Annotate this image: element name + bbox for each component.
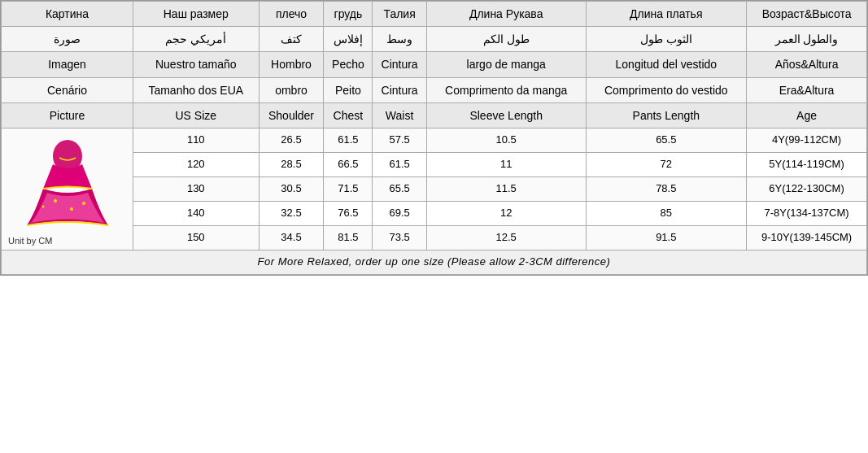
data-chest-0: 61.5 [324,128,373,152]
spanish-waist: Cintura [373,52,427,77]
arabic-age: والطول العمر [747,27,867,52]
table-row: Unit by CM 110 26.5 61.5 57.5 10.5 65.5 … [2,128,867,152]
header-sleeve: Длина Рукава [426,2,586,27]
data-dress-length-1: 72 [586,152,747,176]
data-age-1: 5Y(114-119CM) [747,152,867,176]
portuguese-age: Era&Altura [747,77,867,102]
portuguese-picture: Cenário [2,77,133,102]
data-age-3: 7-8Y(134-137CM) [747,202,867,226]
english-dress-length: Pants Length [586,102,747,128]
header-chest: грудь [324,2,373,27]
portuguese-shoulder: ombro [259,77,324,102]
data-waist-0: 57.5 [373,128,427,152]
data-waist-2: 65.5 [373,177,427,202]
portuguese-waist: Cintura [373,77,427,102]
portuguese-size: Tamanho dos EUA [133,77,260,102]
header-dress-length: Длина платья [586,2,747,27]
data-size-3: 140 [133,202,260,226]
portuguese-dress-length: Comprimento do vestido [586,77,747,102]
svg-point-2 [70,207,73,211]
portuguese-row: Cenário Tamanho dos EUA ombro Peito Cint… [2,77,867,102]
spanish-age: Años&Altura [747,52,867,77]
spanish-chest: Pecho [324,52,373,77]
arabic-size: أمريكي حجم [133,27,260,52]
data-sleeve-3: 12 [426,202,586,226]
data-dress-length-4: 91.5 [586,226,747,250]
data-size-2: 130 [133,177,260,202]
spanish-sleeve: largo de manga [426,52,586,77]
footer-row: For More Relaxed, order up one size (Ple… [2,250,867,275]
data-shoulder-0: 26.5 [259,128,324,152]
data-dress-length-0: 65.5 [586,128,747,152]
portuguese-chest: Peito [324,77,373,102]
data-chest-3: 76.5 [324,202,373,226]
data-sleeve-2: 11.5 [426,177,586,202]
data-waist-4: 73.5 [373,226,427,250]
header-waist: Талия [373,2,427,27]
dress-icon [19,132,116,229]
dress-image-cell: Unit by CM [2,128,133,250]
data-waist-3: 69.5 [373,202,427,226]
english-waist: Waist [373,102,427,128]
data-dress-length-3: 85 [586,202,747,226]
data-dress-length-2: 78.5 [586,177,747,202]
english-picture: Picture [2,102,133,128]
spanish-size: Nuestro tamaño [133,52,260,77]
size-chart-table: Картина Наш размер плечо грудь Талия Дли… [0,0,868,276]
header-size: Наш размер [133,2,260,27]
svg-point-1 [54,199,57,203]
header-row: Картина Наш размер плечо грудь Талия Дли… [2,2,867,27]
english-chest: Chest [324,102,373,128]
data-size-4: 150 [133,226,260,250]
data-sleeve-4: 12.5 [426,226,586,250]
portuguese-sleeve: Comprimento da manga [426,77,586,102]
data-sleeve-1: 11 [426,152,586,176]
arabic-row: صورة أمريكي حجم كتف إفلاس وسط طول الكم ا… [2,27,867,52]
data-age-4: 9-10Y(139-145CM) [747,226,867,250]
arabic-waist: وسط [373,27,427,52]
english-shoulder: Shoulder [259,102,324,128]
data-shoulder-1: 28.5 [259,152,324,176]
arabic-picture: صورة [2,27,133,52]
spanish-picture: Imagen [2,52,133,77]
spanish-row: Imagen Nuestro tamaño Hombro Pecho Cintu… [2,52,867,77]
english-row: Picture US Size Shoulder Chest Waist Sle… [2,102,867,128]
svg-point-4 [41,205,44,207]
footer-text: For More Relaxed, order up one size (Ple… [2,250,867,275]
svg-point-3 [82,202,85,205]
spanish-shoulder: Hombro [259,52,324,77]
header-age: Возраст&Высота [747,2,867,27]
arabic-dress-length: الثوب طول [586,27,747,52]
data-age-2: 6Y(122-130CM) [747,177,867,202]
header-shoulder: плечо [259,2,324,27]
arabic-shoulder: كتف [259,27,324,52]
arabic-sleeve: طول الكم [426,27,586,52]
data-size-0: 110 [133,128,260,152]
english-sleeve: Sleeve Length [426,102,586,128]
data-waist-1: 61.5 [373,152,427,176]
data-chest-4: 81.5 [324,226,373,250]
data-shoulder-2: 30.5 [259,177,324,202]
unit-label: Unit by CM [5,235,129,246]
data-chest-2: 71.5 [324,177,373,202]
english-age: Age [747,102,867,128]
data-age-0: 4Y(99-112CM) [747,128,867,152]
data-sleeve-0: 10.5 [426,128,586,152]
data-chest-1: 66.5 [324,152,373,176]
header-picture: Картина [2,2,133,27]
data-shoulder-4: 34.5 [259,226,324,250]
english-size: US Size [133,102,260,128]
data-shoulder-3: 32.5 [259,202,324,226]
data-size-1: 120 [133,152,260,176]
spanish-dress-length: Longitud del vestido [586,52,747,77]
arabic-chest: إفلاس [324,27,373,52]
